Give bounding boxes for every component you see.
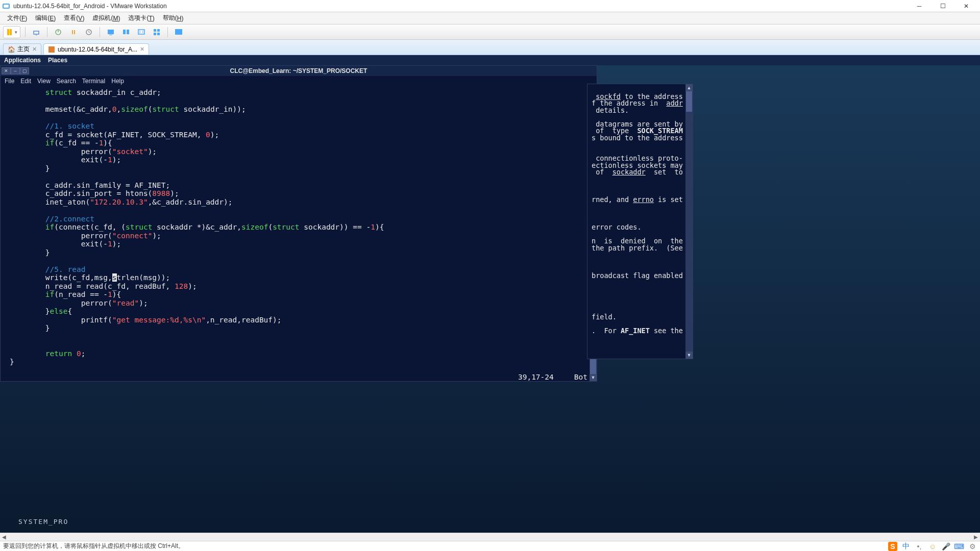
gnome-top-panel: Applications Places [0,55,980,65]
terminal-menu-terminal[interactable]: Terminal [82,78,105,85]
terminal-menubar: FileEditViewSearchTerminalHelp [1,76,597,86]
svg-rect-4 [34,31,39,34]
tab-vm-label: ubuntu-12.04.5-64bit_for_A... [58,46,137,53]
tab-home-close-icon[interactable]: ✕ [32,46,37,53]
code-content: struct sockaddr_in c_addr; memset(&c_add… [1,86,597,368]
menu-文件[interactable]: 文件(F) [3,12,31,24]
vmware-statusbar: 要返回到您的计算机，请将鼠标指针从虚拟机中移出或按 Ctrl+Alt。 S 中 … [0,541,980,551]
view-stretch-button[interactable] [135,26,148,38]
vm-tab-icon [48,46,55,53]
ime-keyboard-icon[interactable]: ⌨ [954,542,964,551]
minimize-button[interactable]: ─ [908,0,931,12]
view-split-button[interactable] [120,26,132,38]
suspend-button[interactable] [67,26,80,38]
svg-rect-16 [154,29,156,32]
man-body[interactable]: sockfd to the addressf the address in ad… [587,84,693,359]
vmware-horizontal-scrollbar[interactable]: ◀ ▶ [0,533,980,541]
svg-rect-18 [154,33,156,35]
man-content: sockfd to the addressf the address in ad… [587,84,693,336]
scroll-down-icon[interactable]: ▼ [590,374,597,381]
ime-settings-icon[interactable]: ⚙ [968,542,977,551]
tab-row: 🏠 主页 ✕ ubuntu-12.04.5-64bit_for_A... ✕ [0,40,980,55]
app-toolbar: ▾ [0,24,980,40]
terminal-window-man: sockfd to the addressf the address in ad… [587,84,693,359]
terminal-menu-file[interactable]: File [5,78,14,85]
svg-rect-19 [157,33,160,35]
svg-rect-1 [4,5,9,8]
tab-home[interactable]: 🏠 主页 ✕ [3,43,41,55]
connect-device-button[interactable] [30,26,42,38]
svg-rect-12 [109,35,112,35]
window-titlebar: ubuntu-12.04.5-64bit_for_Android - VMwar… [0,0,980,12]
terminal-body[interactable]: struct sockaddr_in c_addr; memset(&c_add… [1,86,597,381]
ime-sogou-icon[interactable]: S [888,542,897,551]
tab-home-label: 主页 [17,45,30,54]
menu-编辑[interactable]: 编辑(E) [31,12,60,24]
svg-rect-15 [138,30,144,34]
snapshot-button[interactable] [83,26,95,38]
svg-rect-11 [108,30,114,34]
svg-rect-21 [48,46,55,53]
terminal-title: CLC@Embed_Learn: ~/SYSTEM_PRO/SOCKET [230,67,368,74]
svg-rect-3 [10,29,12,35]
man-scroll-down-icon[interactable]: ▼ [685,352,693,359]
man-scrollbar[interactable]: ▲ ▼ [685,84,693,359]
statusbar-tray: S 中 •, ☺ 🎤 ⌨ ⚙ [888,542,977,551]
svg-rect-20 [175,29,182,35]
svg-rect-9 [74,30,75,34]
svg-rect-17 [157,29,160,32]
desktop-folder-label: SYSTEM_PRO [18,518,68,525]
fullscreen-button[interactable] [173,26,185,38]
gnome-applications-menu[interactable]: Applications [4,57,41,64]
menu-帮助[interactable]: 帮助(H) [159,12,188,24]
man-scroll-up-icon[interactable]: ▲ [685,84,693,91]
terminal-maximize-icon[interactable]: ▢ [20,67,29,74]
statusbar-hint: 要返回到您的计算机，请将鼠标指针从虚拟机中移出或按 Ctrl+Alt。 [3,542,184,550]
terminal-window-main: ✕ – ▢ CLC@Embed_Learn: ~/SYSTEM_PRO/SOCK… [0,65,597,382]
svg-rect-13 [123,30,126,34]
menu-选项卡[interactable]: 选项卡(T) [124,12,158,24]
terminal-minimize-icon[interactable]: – [11,67,20,74]
menu-虚拟机[interactable]: 虚拟机(M) [88,12,124,24]
home-icon: 🏠 [8,46,15,53]
app-icon [2,2,10,10]
power-on-button[interactable] [52,26,64,38]
terminal-menu-view[interactable]: View [37,78,51,85]
hscroll-right-icon[interactable]: ▶ [972,533,980,541]
hscroll-left-icon[interactable]: ◀ [0,533,8,541]
man-scroll-thumb[interactable] [686,91,692,112]
vim-cursor-pos: 39,17-24 [518,373,554,381]
view-unity-button[interactable] [151,26,163,38]
view-console-button[interactable] [105,26,117,38]
menu-查看[interactable]: 查看(V) [60,12,88,24]
terminal-menu-help[interactable]: Help [111,78,124,85]
terminal-titlebar: ✕ – ▢ CLC@Embed_Learn: ~/SYSTEM_PRO/SOCK… [1,66,597,76]
vim-status-line: 39,17-24 Bot [518,373,587,381]
ime-punct-icon[interactable]: •, [915,542,924,551]
svg-rect-8 [72,30,73,34]
terminal-menu-search[interactable]: Search [57,78,76,85]
tab-vm-close-icon[interactable]: ✕ [140,46,144,53]
terminal-menu-edit[interactable]: Edit [20,78,31,85]
vm-viewport[interactable]: Applications Places ✕ – ▢ CLC@Embed_Lear… [0,55,980,533]
window-title: ubuntu-12.04.5-64bit_for_Android - VMwar… [13,3,908,10]
ime-emoji-icon[interactable]: ☺ [928,542,937,551]
terminal-close-icon[interactable]: ✕ [2,67,11,74]
close-button[interactable]: ✕ [954,0,978,12]
ime-lang-icon[interactable]: 中 [901,542,911,551]
library-button[interactable]: ▾ [3,26,20,38]
maximize-button[interactable]: ☐ [931,0,954,12]
svg-rect-2 [7,29,9,35]
ime-mic-icon[interactable]: 🎤 [941,542,950,551]
tab-vm[interactable]: ubuntu-12.04.5-64bit_for_A... ✕ [43,43,149,55]
app-menubar: 文件(F)编辑(E)查看(V)虚拟机(M)选项卡(T)帮助(H) [0,12,980,24]
svg-rect-14 [127,30,129,34]
vim-scroll-pct: Bot [574,373,587,381]
gnome-places-menu[interactable]: Places [48,57,67,64]
